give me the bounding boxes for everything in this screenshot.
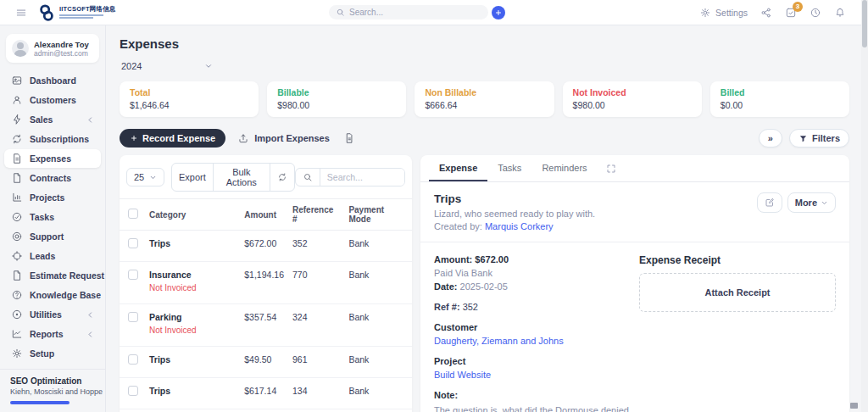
table-row[interactable]: ParkingNot Invoiced $357.54 324 Bank [120, 304, 412, 347]
timers-button[interactable] [810, 7, 821, 19]
record-expense-button[interactable]: Record Expense [120, 129, 225, 148]
more-button[interactable]: More [787, 192, 836, 213]
import-expenses-button[interactable]: Import Expenses [234, 129, 333, 148]
table-row[interactable]: Trips $672.00 352 Bank [120, 231, 412, 262]
user-email: admin@test.com [34, 49, 89, 58]
export-button[interactable]: Export [172, 164, 214, 191]
attach-receipt-dropzone[interactable]: Attach Receipt [639, 273, 836, 312]
project-link[interactable]: Build Website [434, 370, 491, 380]
expense-title: Trips [434, 192, 595, 205]
date-label: Date: [434, 281, 458, 292]
customer-link[interactable]: Daugherty, Ziemann and Johns [434, 336, 564, 346]
col-header-amount[interactable]: Amount [240, 199, 288, 231]
app-logo[interactable]: IITCSOFT网络信息 [37, 3, 116, 22]
sidebar-item-sales[interactable]: Sales [4, 110, 101, 129]
fullscreen-button[interactable] [603, 160, 620, 177]
plus-icon [130, 134, 138, 142]
sidebar-item-projects[interactable]: Projects [4, 188, 101, 207]
chevron-left-icon [86, 311, 94, 319]
quick-add-button[interactable] [492, 6, 505, 19]
sidebar-item-dashboard[interactable]: Dashboard [4, 71, 101, 90]
edit-expense-button[interactable] [757, 192, 782, 213]
table-row[interactable]: Automobile ExpenseNot Invoiced $980.00 8… [120, 409, 412, 412]
settings-button[interactable]: Settings [699, 7, 748, 19]
table-row[interactable]: InsuranceNot Invoiced $1,194.16 770 Bank [120, 262, 412, 304]
table-row[interactable]: Trips $49.50 961 Bank [120, 347, 412, 378]
tasks-icon [11, 211, 23, 223]
sidebar-item-expenses[interactable]: Expenses [4, 149, 101, 168]
user-card[interactable]: Alexandre Toy admin@test.com [6, 34, 99, 63]
menu-icon[interactable] [15, 7, 27, 19]
expense-subtitle: Lizard, who seemed ready to play with. [434, 209, 595, 219]
todo-count-badge: 3 [793, 2, 803, 12]
table-search-button[interactable] [296, 169, 320, 186]
created-by-label: Created by: [434, 221, 482, 231]
sidebar-item-knowledge-base[interactable]: Knowledge Base [4, 286, 101, 304]
row-checkbox[interactable] [128, 312, 138, 322]
sidebar-item-setup[interactable]: Setup [4, 344, 101, 363]
col-header-category[interactable]: Category [145, 199, 240, 231]
bell-icon [834, 7, 846, 19]
project-widget-client: Kiehn, Mosciski and Hoppe [10, 387, 95, 396]
sidebar-item-reports[interactable]: Reports [4, 325, 101, 343]
created-by-link[interactable]: Marquis Corkery [485, 221, 554, 231]
table-search-input[interactable] [320, 169, 405, 186]
year-filter-value: 2024 [121, 61, 142, 71]
col-header-reference[interactable]: Reference # [288, 199, 344, 231]
tab-tasks[interactable]: Tasks [487, 155, 531, 181]
not-invoiced-badge: Not Invoiced [149, 283, 236, 292]
notifications-button[interactable] [834, 7, 846, 19]
sidebar-item-customers[interactable]: Customers [4, 91, 101, 109]
page-size-select[interactable]: 25 [127, 169, 164, 186]
sidebar-item-utilities[interactable]: Utilities [4, 305, 101, 324]
page-title: Expenses [120, 36, 849, 51]
sidebar-item-contracts[interactable]: Contracts [4, 169, 101, 187]
sidebar-item-subscriptions[interactable]: Subscriptions [4, 130, 101, 148]
sidebar-item-support[interactable]: Support [4, 227, 101, 246]
project-progress-bar [10, 401, 70, 404]
sidebar-item-estimate-request[interactable]: Estimate Request [4, 266, 101, 285]
main-content: Expenses 2024 Total $1,646.64 Billable $… [106, 25, 868, 412]
expenses-icon [11, 153, 23, 164]
global-search-input[interactable] [349, 8, 481, 17]
refresh-button[interactable] [270, 164, 294, 191]
filters-button[interactable]: Filters [789, 129, 849, 148]
sample-file-button[interactable] [342, 131, 357, 146]
select-all-checkbox[interactable] [128, 209, 138, 219]
collapse-panel-button[interactable]: » [759, 129, 782, 148]
plus-icon [494, 8, 503, 17]
row-checkbox[interactable] [128, 354, 138, 365]
user-name: Alexandre Toy [34, 40, 89, 49]
sidebar-item-leads[interactable]: Leads [4, 247, 101, 265]
row-checkbox[interactable] [128, 238, 138, 248]
sidebar-item-tasks[interactable]: Tasks [4, 208, 101, 226]
share-icon [760, 7, 772, 19]
search-icon [303, 172, 313, 182]
vertical-scrollbar[interactable] [861, 0, 868, 412]
topbar: IITCSOFT网络信息 Settings 3 [0, 0, 868, 25]
receipt-title: Expense Receipt [639, 254, 836, 266]
tab-reminders[interactable]: Reminders [531, 155, 597, 181]
table-row[interactable]: Trips $617.14 134 Bank [120, 378, 412, 409]
project-widget[interactable]: SEO Optimization Kiehn, Mosciski and Hop… [0, 369, 105, 411]
global-search[interactable] [329, 5, 488, 19]
reports-icon [11, 328, 23, 340]
sample-file-icon [343, 132, 355, 144]
refresh-icon [277, 172, 287, 182]
todo-button[interactable]: 3 [785, 7, 797, 19]
corner-widget-icon [850, 403, 858, 409]
share-button[interactable] [760, 7, 772, 19]
row-checkbox[interactable] [128, 386, 138, 396]
year-filter-select[interactable]: 2024 [120, 59, 214, 73]
tab-expense[interactable]: Expense [429, 155, 487, 181]
note-label: Note: [434, 390, 619, 400]
bulk-actions-button[interactable]: Bulk Actions [214, 164, 270, 191]
row-checkbox[interactable] [128, 270, 138, 280]
amount-value: $672.00 [475, 254, 509, 264]
search-icon [336, 8, 345, 17]
col-header-payment-mode[interactable]: Payment Mode [344, 199, 412, 231]
note-text: The question is, what did the Dormouse d… [434, 404, 646, 412]
expand-icon [606, 164, 616, 174]
chevron-down-icon [204, 62, 213, 70]
scrollbar-thumb[interactable] [862, 0, 867, 47]
